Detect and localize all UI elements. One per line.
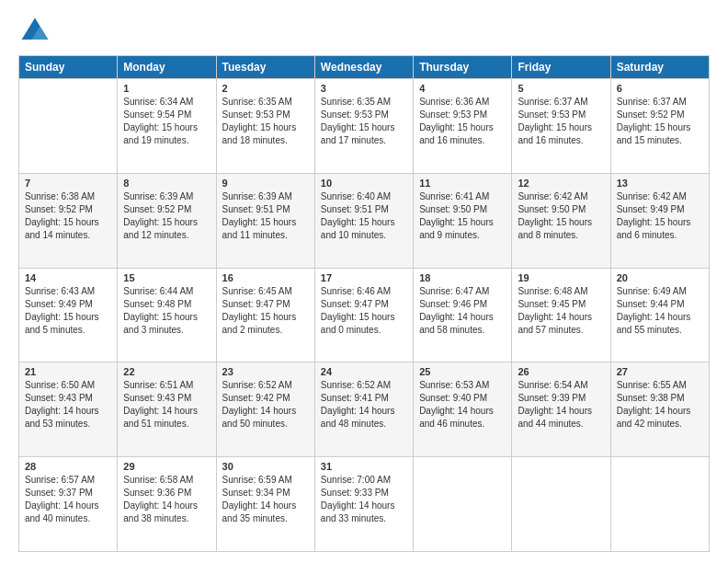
weekday-header-friday: Friday — [512, 56, 610, 79]
day-info: Sunrise: 6:41 AM Sunset: 9:50 PM Dayligh… — [419, 190, 506, 242]
calendar-cell — [414, 457, 512, 552]
calendar-cell: 26Sunrise: 6:54 AM Sunset: 9:39 PM Dayli… — [512, 362, 610, 457]
day-number: 5 — [518, 83, 604, 94]
calendar-week-row: 14Sunrise: 6:43 AM Sunset: 9:49 PM Dayli… — [19, 268, 710, 362]
calendar-cell: 7Sunrise: 6:38 AM Sunset: 9:52 PM Daylig… — [19, 173, 118, 268]
day-info: Sunrise: 6:35 AM Sunset: 9:53 PM Dayligh… — [222, 96, 309, 147]
logo-icon — [18, 15, 51, 48]
weekday-header-saturday: Saturday — [610, 56, 709, 79]
calendar-cell: 5Sunrise: 6:37 AM Sunset: 9:53 PM Daylig… — [512, 79, 610, 174]
calendar-cell: 8Sunrise: 6:39 AM Sunset: 9:52 PM Daylig… — [118, 173, 216, 268]
calendar-cell: 2Sunrise: 6:35 AM Sunset: 9:53 PM Daylig… — [216, 79, 314, 174]
weekday-header-thursday: Thursday — [414, 56, 512, 79]
calendar-cell: 11Sunrise: 6:41 AM Sunset: 9:50 PM Dayli… — [414, 173, 512, 268]
day-info: Sunrise: 6:44 AM Sunset: 9:48 PM Dayligh… — [123, 285, 210, 337]
day-number: 26 — [518, 366, 604, 377]
day-info: Sunrise: 6:43 AM Sunset: 9:49 PM Dayligh… — [25, 285, 111, 337]
day-number: 12 — [518, 178, 604, 189]
weekday-header-row: SundayMondayTuesdayWednesdayThursdayFrid… — [19, 56, 710, 79]
day-info: Sunrise: 6:51 AM Sunset: 9:43 PM Dayligh… — [123, 379, 210, 431]
day-number: 19 — [518, 272, 604, 283]
day-info: Sunrise: 6:52 AM Sunset: 9:41 PM Dayligh… — [321, 379, 407, 431]
calendar-cell: 25Sunrise: 6:53 AM Sunset: 9:40 PM Dayli… — [414, 362, 512, 457]
calendar-cell: 19Sunrise: 6:48 AM Sunset: 9:45 PM Dayli… — [512, 268, 610, 362]
calendar-cell: 17Sunrise: 6:46 AM Sunset: 9:47 PM Dayli… — [314, 268, 413, 362]
day-info: Sunrise: 6:57 AM Sunset: 9:37 PM Dayligh… — [25, 474, 111, 525]
day-number: 1 — [123, 83, 210, 94]
page: SundayMondayTuesdayWednesdayThursdayFrid… — [0, 0, 728, 563]
day-info: Sunrise: 6:49 AM Sunset: 9:44 PM Dayligh… — [617, 285, 703, 337]
day-number: 24 — [321, 366, 407, 377]
calendar-cell: 14Sunrise: 6:43 AM Sunset: 9:49 PM Dayli… — [19, 268, 118, 362]
day-number: 17 — [321, 272, 407, 283]
calendar-cell — [19, 79, 118, 174]
calendar-cell: 18Sunrise: 6:47 AM Sunset: 9:46 PM Dayli… — [414, 268, 512, 362]
day-info: Sunrise: 6:48 AM Sunset: 9:45 PM Dayligh… — [518, 285, 604, 337]
day-info: Sunrise: 6:40 AM Sunset: 9:51 PM Dayligh… — [321, 190, 407, 242]
day-info: Sunrise: 6:35 AM Sunset: 9:53 PM Dayligh… — [321, 96, 407, 147]
day-info: Sunrise: 6:42 AM Sunset: 9:50 PM Dayligh… — [518, 190, 604, 242]
day-info: Sunrise: 6:42 AM Sunset: 9:49 PM Dayligh… — [617, 190, 703, 242]
day-info: Sunrise: 6:39 AM Sunset: 9:52 PM Dayligh… — [123, 190, 210, 242]
day-number: 29 — [123, 461, 210, 472]
day-info: Sunrise: 6:36 AM Sunset: 9:53 PM Dayligh… — [419, 96, 506, 147]
calendar-week-row: 21Sunrise: 6:50 AM Sunset: 9:43 PM Dayli… — [19, 362, 710, 457]
day-number: 15 — [123, 272, 210, 283]
day-number: 11 — [419, 178, 506, 189]
calendar-cell: 21Sunrise: 6:50 AM Sunset: 9:43 PM Dayli… — [19, 362, 118, 457]
calendar-cell: 9Sunrise: 6:39 AM Sunset: 9:51 PM Daylig… — [216, 173, 314, 268]
calendar-cell: 27Sunrise: 6:55 AM Sunset: 9:38 PM Dayli… — [610, 362, 709, 457]
calendar-cell: 3Sunrise: 6:35 AM Sunset: 9:53 PM Daylig… — [314, 79, 413, 174]
day-number: 31 — [321, 461, 407, 472]
day-number: 3 — [321, 83, 407, 94]
logo — [18, 15, 53, 48]
header — [18, 15, 710, 48]
calendar-week-row: 7Sunrise: 6:38 AM Sunset: 9:52 PM Daylig… — [19, 173, 710, 268]
calendar-cell: 24Sunrise: 6:52 AM Sunset: 9:41 PM Dayli… — [314, 362, 413, 457]
weekday-header-tuesday: Tuesday — [216, 56, 314, 79]
day-number: 10 — [321, 178, 407, 189]
day-info: Sunrise: 6:46 AM Sunset: 9:47 PM Dayligh… — [321, 285, 407, 337]
calendar-cell: 29Sunrise: 6:58 AM Sunset: 9:36 PM Dayli… — [118, 457, 216, 552]
day-number: 13 — [617, 178, 703, 189]
calendar-cell — [512, 457, 610, 552]
day-number: 21 — [25, 366, 111, 377]
calendar-cell: 1Sunrise: 6:34 AM Sunset: 9:54 PM Daylig… — [118, 79, 216, 174]
calendar-week-row: 1Sunrise: 6:34 AM Sunset: 9:54 PM Daylig… — [19, 79, 710, 174]
calendar-cell: 20Sunrise: 6:49 AM Sunset: 9:44 PM Dayli… — [610, 268, 709, 362]
calendar-cell: 12Sunrise: 6:42 AM Sunset: 9:50 PM Dayli… — [512, 173, 610, 268]
day-info: Sunrise: 6:52 AM Sunset: 9:42 PM Dayligh… — [222, 379, 309, 431]
day-info: Sunrise: 6:34 AM Sunset: 9:54 PM Dayligh… — [123, 96, 210, 147]
day-number: 8 — [123, 178, 210, 189]
calendar-cell: 13Sunrise: 6:42 AM Sunset: 9:49 PM Dayli… — [610, 173, 709, 268]
day-number: 14 — [25, 272, 111, 283]
day-number: 27 — [617, 366, 703, 377]
calendar-cell: 23Sunrise: 6:52 AM Sunset: 9:42 PM Dayli… — [216, 362, 314, 457]
weekday-header-wednesday: Wednesday — [314, 56, 413, 79]
calendar-cell: 22Sunrise: 6:51 AM Sunset: 9:43 PM Dayli… — [118, 362, 216, 457]
calendar-table: SundayMondayTuesdayWednesdayThursdayFrid… — [18, 55, 710, 552]
day-info: Sunrise: 6:47 AM Sunset: 9:46 PM Dayligh… — [419, 285, 506, 337]
day-number: 4 — [419, 83, 506, 94]
day-number: 30 — [222, 461, 309, 472]
day-info: Sunrise: 6:50 AM Sunset: 9:43 PM Dayligh… — [25, 379, 111, 431]
day-number: 25 — [419, 366, 506, 377]
calendar-cell: 28Sunrise: 6:57 AM Sunset: 9:37 PM Dayli… — [19, 457, 118, 552]
calendar-cell: 4Sunrise: 6:36 AM Sunset: 9:53 PM Daylig… — [414, 79, 512, 174]
day-info: Sunrise: 6:58 AM Sunset: 9:36 PM Dayligh… — [123, 474, 210, 525]
day-info: Sunrise: 6:45 AM Sunset: 9:47 PM Dayligh… — [222, 285, 309, 337]
day-number: 7 — [25, 178, 111, 189]
day-info: Sunrise: 6:55 AM Sunset: 9:38 PM Dayligh… — [617, 379, 703, 431]
calendar-cell: 31Sunrise: 7:00 AM Sunset: 9:33 PM Dayli… — [314, 457, 413, 552]
calendar-cell: 30Sunrise: 6:59 AM Sunset: 9:34 PM Dayli… — [216, 457, 314, 552]
day-number: 18 — [419, 272, 506, 283]
calendar-cell — [610, 457, 709, 552]
day-info: Sunrise: 6:37 AM Sunset: 9:53 PM Dayligh… — [518, 96, 604, 147]
day-info: Sunrise: 6:53 AM Sunset: 9:40 PM Dayligh… — [419, 379, 506, 431]
day-number: 20 — [617, 272, 703, 283]
day-number: 23 — [222, 366, 309, 377]
day-number: 2 — [222, 83, 309, 94]
calendar-cell: 6Sunrise: 6:37 AM Sunset: 9:52 PM Daylig… — [610, 79, 709, 174]
day-info: Sunrise: 6:37 AM Sunset: 9:52 PM Dayligh… — [617, 96, 703, 147]
day-number: 6 — [617, 83, 703, 94]
